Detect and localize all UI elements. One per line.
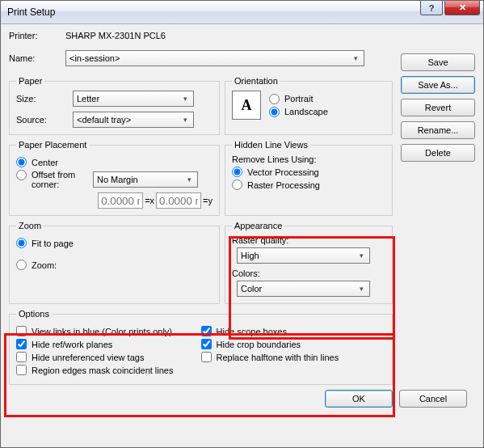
chevron-down-icon: ▾ (179, 93, 191, 104)
save-button[interactable]: Save (401, 53, 475, 71)
landscape-radio[interactable]: Landscape (269, 107, 328, 117)
margin-select[interactable]: No Margin ▾ (93, 171, 198, 188)
close-button[interactable]: ✕ (444, 1, 480, 15)
size-select[interactable]: Letter ▾ (73, 91, 194, 107)
chevron-down-icon: ▾ (183, 174, 196, 185)
name-label: Name: (9, 53, 65, 63)
options-group: Options View links in blue (Color prints… (9, 309, 393, 385)
hide-ref-check[interactable]: Hide ref/work planes (16, 339, 201, 349)
appearance-group: Appearance Raster quality: High ▾ Colors… (225, 221, 393, 304)
offset-radio[interactable]: Offset from corner: (16, 170, 88, 189)
remove-label: Remove Lines Using: (232, 154, 385, 164)
save-as-button[interactable]: Save As... (401, 76, 475, 94)
offset-x-input[interactable] (98, 192, 143, 209)
raster-quality-label: Raster quality: (232, 235, 385, 245)
help-button[interactable]: ? (420, 1, 443, 15)
chevron-down-icon: ▾ (356, 250, 368, 261)
rename-button[interactable]: Rename... (401, 121, 475, 139)
revert-button[interactable]: Revert (401, 99, 475, 116)
orientation-group: Orientation A Portrait Landscape (225, 76, 393, 135)
print-setup-dialog: Print Setup ? ✕ Printer: SHARP MX-2301N … (0, 0, 484, 448)
placement-group: Paper Placement Center Offset from corne… (9, 140, 220, 216)
source-label: Source: (16, 115, 73, 125)
source-select[interactable]: <default tray> ▾ (73, 112, 194, 128)
window-title: Print Setup (7, 6, 55, 18)
offset-y-input[interactable] (156, 192, 201, 209)
zoom-radio[interactable]: Zoom: (16, 260, 213, 270)
hide-scope-check[interactable]: Hide scope boxes (201, 326, 386, 336)
cancel-button[interactable]: Cancel (399, 390, 467, 408)
chevron-down-icon: ▾ (350, 53, 362, 64)
orientation-icon: A (232, 91, 261, 120)
colors-label: Colors: (232, 268, 385, 278)
paper-group: Paper Size: Letter ▾ Source: <default tr (9, 76, 220, 135)
zoom-group: Zoom Fit to page Zoom: (9, 221, 220, 304)
colors-select[interactable]: Color ▾ (237, 281, 370, 297)
hidden-line-group: Hidden Line Views Remove Lines Using: Ve… (225, 140, 393, 216)
fit-radio[interactable]: Fit to page (16, 238, 213, 248)
raster-quality-select[interactable]: High ▾ (237, 247, 370, 264)
hide-crop-check[interactable]: Hide crop boundaries (201, 339, 386, 349)
hide-unref-check[interactable]: Hide unreferenced view tags (16, 352, 201, 362)
printer-label: Printer: (9, 31, 65, 40)
ok-button[interactable]: OK (325, 390, 393, 408)
titlebar: Print Setup ? ✕ (1, 1, 483, 24)
printer-value: SHARP MX-2301N PCL6 (65, 31, 166, 40)
chevron-down-icon: ▾ (179, 114, 191, 125)
size-label: Size: (16, 94, 73, 104)
replace-check[interactable]: Replace halftone with thin lines (201, 352, 386, 362)
region-check[interactable]: Region edges mask coincident lines (16, 365, 201, 375)
raster-radio[interactable]: Raster Processing (232, 180, 385, 190)
view-links-check[interactable]: View links in blue (Color prints only) (16, 326, 201, 336)
center-radio[interactable]: Center (16, 157, 213, 167)
vector-radio[interactable]: Vector Processing (232, 167, 385, 177)
delete-button[interactable]: Delete (401, 144, 475, 162)
name-select[interactable]: <in-session> ▾ (65, 50, 364, 66)
chevron-down-icon: ▾ (356, 283, 368, 294)
portrait-radio[interactable]: Portrait (269, 94, 328, 104)
